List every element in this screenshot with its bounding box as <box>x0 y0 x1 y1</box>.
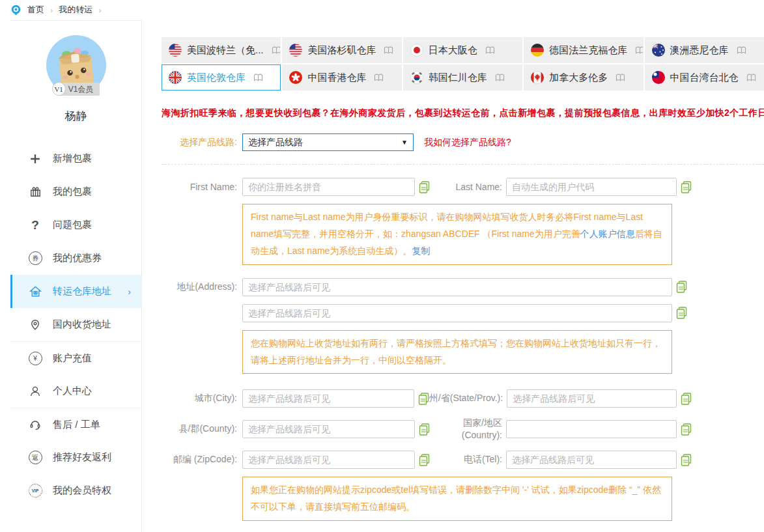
sidebar-item-my-packages[interactable]: 我的包裹 <box>10 175 141 208</box>
sidebar-item-new-package[interactable]: 新增包裹 <box>10 142 141 175</box>
book-icon <box>374 74 384 82</box>
copy-icon[interactable] <box>681 423 692 436</box>
country-input[interactable] <box>506 420 677 438</box>
copy-icon[interactable] <box>676 307 687 319</box>
tab-warehouse-kr-incheon[interactable]: 韩国仁川仓库 <box>403 64 522 91</box>
tel-label: 电话(Tel): <box>464 454 506 466</box>
state-input[interactable] <box>507 389 677 408</box>
sidebar-item-domestic-address[interactable]: 国内收货地址 <box>10 308 141 341</box>
copy-name-link[interactable]: 复制 <box>412 245 430 256</box>
tab-warehouse-ca-toronto[interactable]: 加拿大多伦多 <box>524 64 643 91</box>
main-content: 美国波特兰（免... 美国洛杉矶仓库 日本大阪仓 德国法兰克福仓库 澳洲悉尼仓库 <box>162 37 764 532</box>
kr-flag-icon <box>410 71 423 84</box>
book-icon <box>746 74 756 82</box>
gb-flag-icon <box>169 71 182 84</box>
sidebar-item-coupons[interactable]: 券 我的优惠券 <box>10 242 141 275</box>
book-icon <box>495 74 505 82</box>
address-notice-box: 您在购物网站上收货地址如有两行，请严格按照上方格式填写；您在购物网站上收货地址如… <box>242 330 672 374</box>
address-label: 地址(Address): <box>162 281 242 293</box>
sidebar-item-recharge[interactable]: ¥ 账户充值 <box>10 341 141 374</box>
recharge-icon: ¥ <box>27 352 43 365</box>
location-pin-icon <box>10 5 21 16</box>
city-input[interactable] <box>242 389 414 408</box>
breadcrumb-separator: › <box>50 5 53 15</box>
sidebar-item-referral[interactable]: 返 推荐好友返利 <box>10 441 141 474</box>
first-name-label: First Name: <box>162 182 242 192</box>
product-line-select[interactable]: 选择产品线路 ▼ <box>242 133 414 151</box>
au-flag-icon <box>652 44 665 57</box>
tab-warehouse-tw-taipei[interactable]: 中国台湾台北仓 <box>645 64 764 91</box>
state-label: 州/省(State/Prov.): <box>429 393 507 404</box>
breadcrumb-current-link[interactable]: 我的转运 <box>59 4 92 16</box>
jp-flag-icon <box>410 44 423 57</box>
first-name-input[interactable] <box>242 178 415 196</box>
address-line2-input[interactable] <box>242 304 672 322</box>
copy-icon[interactable] <box>681 454 692 466</box>
zipcode-notice-box: 如果您正在购物的网站提示zipcode或tel填写错误，请删除数字中间 '-' … <box>242 477 672 521</box>
vip-icon: VIP <box>27 484 43 497</box>
gift-package-icon <box>27 185 43 199</box>
copy-icon[interactable] <box>418 393 429 405</box>
book-icon <box>615 74 625 82</box>
book-icon <box>253 74 263 82</box>
headset-icon <box>27 418 43 431</box>
breadcrumb-home-link[interactable]: 首页 <box>27 4 44 16</box>
book-icon <box>485 46 495 55</box>
zipcode-label: 邮编 (ZipCode): <box>162 454 242 466</box>
rebate-icon: 返 <box>27 451 43 464</box>
tab-warehouse-hk[interactable]: 中国香港仓库 <box>282 64 401 91</box>
book-icon <box>635 46 643 55</box>
tab-warehouse-uk-london[interactable]: 英国伦敦仓库 <box>162 64 281 91</box>
sidebar-menu: 新增包裹 我的包裹 ? 问题包裹 券 我的优惠券 转运仓库地址 <box>10 142 141 507</box>
product-line-help-link[interactable]: 我如何选择产品线路? <box>424 137 511 148</box>
name-notice-box: First name与Last name为用户身份重要标识，请在购物网站填写收货… <box>242 204 672 265</box>
book-icon <box>737 46 746 55</box>
us-flag-icon <box>289 44 302 57</box>
username: 杨静 <box>10 109 141 124</box>
zipcode-input[interactable] <box>242 451 415 469</box>
last-name-input[interactable] <box>506 178 677 196</box>
sidebar-item-personal-center[interactable]: 个人中心 <box>10 374 141 408</box>
us-flag-icon <box>169 44 182 57</box>
profile-section: V1 V1会员 杨静 <box>10 21 141 124</box>
breadcrumb-separator: › <box>98 5 101 15</box>
copy-icon[interactable] <box>419 423 430 436</box>
book-icon <box>272 46 281 55</box>
tab-warehouse-us-portland[interactable]: 美国波特兰（免... <box>162 37 281 63</box>
chevron-right-icon: › <box>128 287 131 297</box>
membership-badge: V1 V1会员 <box>10 82 141 96</box>
tab-warehouse-au-sydney[interactable]: 澳洲悉尼仓库 <box>645 37 764 63</box>
address-row-2 <box>162 304 692 322</box>
copy-icon[interactable] <box>419 454 430 466</box>
copy-icon[interactable] <box>681 393 692 405</box>
zip-tel-row: 邮编 (ZipCode): 电话(Tel): <box>162 451 692 469</box>
vip-level-icon: V1 <box>52 82 66 96</box>
sidebar-item-member-privileges[interactable]: VIP 我的会员特权 <box>10 474 141 507</box>
copy-icon[interactable] <box>676 281 687 293</box>
product-line-label: 选择产品线路: <box>162 137 242 148</box>
county-input[interactable] <box>242 420 415 438</box>
tel-input[interactable] <box>506 451 677 469</box>
warehouse-tabs: 美国波特兰（免... 美国洛杉矶仓库 日本大阪仓 德国法兰克福仓库 澳洲悉尼仓库 <box>162 37 764 91</box>
account-info-link[interactable]: 个人账户信息 <box>580 229 635 239</box>
tab-warehouse-jp-osaka[interactable]: 日本大阪仓 <box>403 37 522 63</box>
copy-icon[interactable] <box>419 181 430 193</box>
tab-warehouse-de-frankfurt[interactable]: 德国法兰克福仓库 <box>524 37 643 63</box>
copy-icon[interactable] <box>681 181 692 193</box>
tab-warehouse-us-la[interactable]: 美国洛杉矶仓库 <box>282 37 401 63</box>
ca-flag-icon <box>531 71 544 84</box>
de-flag-icon <box>531 44 544 57</box>
name-row: First Name: Last Name: <box>162 178 692 196</box>
sidebar-item-warehouse-address[interactable]: 转运仓库地址 › <box>10 275 141 308</box>
question-icon: ? <box>27 218 43 232</box>
sidebar-item-problem-packages[interactable]: ? 问题包裹 <box>10 208 141 242</box>
city-state-row: 城市(City): 州/省(State/Prov.): <box>162 389 692 408</box>
book-icon <box>384 46 393 55</box>
tw-flag-icon <box>652 71 665 84</box>
product-line-row: 选择产品线路: 选择产品线路 ▼ 我如何选择产品线路? <box>162 133 764 151</box>
user-icon <box>27 385 43 398</box>
sidebar-item-aftersales[interactable]: 售后 / 工单 <box>10 408 141 441</box>
address-row-1: 地址(Address): <box>162 278 692 296</box>
address-line1-input[interactable] <box>242 278 672 296</box>
dashed-divider <box>162 164 764 165</box>
